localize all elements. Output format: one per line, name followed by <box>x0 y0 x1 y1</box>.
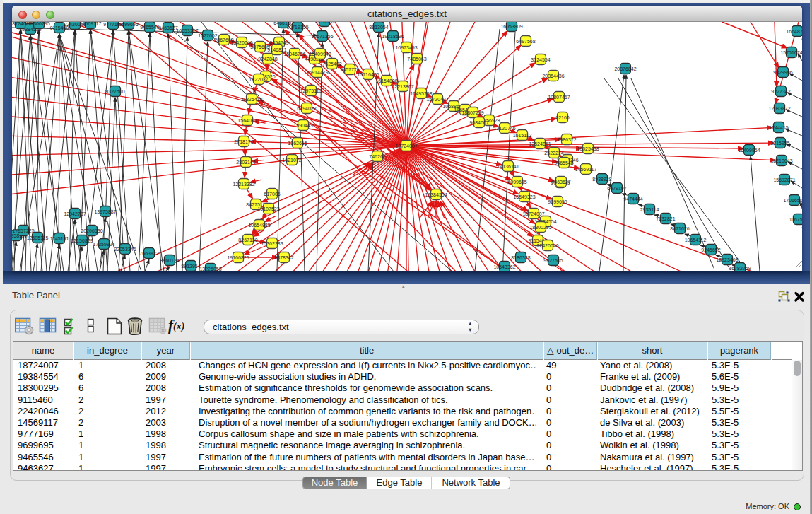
svg-text:746266: 746266 <box>369 154 385 159</box>
svg-text:1990443: 1990443 <box>293 123 312 128</box>
svg-text:18300295: 18300295 <box>28 22 49 26</box>
svg-text:17359924: 17359924 <box>93 242 114 247</box>
svg-text:1615112: 1615112 <box>513 133 532 138</box>
svg-text:1564091: 1564091 <box>237 118 257 123</box>
svg-text:13120746: 13120746 <box>493 126 515 131</box>
svg-text:14569117: 14569117 <box>575 167 597 172</box>
svg-text:16782759: 16782759 <box>729 266 751 271</box>
svg-text:12923468: 12923468 <box>716 257 738 262</box>
svg-text:2803144: 2803144 <box>236 160 255 165</box>
svg-text:9245652: 9245652 <box>701 247 720 252</box>
svg-text:7663822: 7663822 <box>139 251 158 256</box>
svg-text:10025438: 10025438 <box>577 146 599 151</box>
svg-text:9474444: 9474444 <box>623 197 642 201</box>
svg-text:10107523: 10107523 <box>257 206 279 211</box>
svg-text:20876842: 20876842 <box>614 66 636 71</box>
svg-text:9465546: 9465546 <box>140 25 159 30</box>
svg-text:10719155: 10719155 <box>286 25 308 30</box>
svg-text:13420046: 13420046 <box>230 40 252 45</box>
svg-text:617006: 617006 <box>264 192 280 197</box>
svg-text:12942737: 12942737 <box>64 211 86 216</box>
svg-text:9327500: 9327500 <box>105 89 124 94</box>
svg-text:15716485: 15716485 <box>357 72 379 77</box>
svg-text:9084067: 9084067 <box>469 120 488 125</box>
svg-text:8938928: 8938928 <box>592 177 611 182</box>
svg-text:16210643: 16210643 <box>770 158 792 163</box>
svg-text:10671355: 10671355 <box>311 34 333 39</box>
svg-text:1362615: 1362615 <box>288 141 307 146</box>
svg-text:15046726: 15046726 <box>283 52 305 57</box>
svg-text:13524851: 13524851 <box>529 141 551 146</box>
svg-text:10543362: 10543362 <box>493 264 515 269</box>
svg-text:16914479: 16914479 <box>306 70 328 75</box>
svg-text:2718176: 2718176 <box>234 139 253 144</box>
svg-text:15302283: 15302283 <box>261 241 283 246</box>
svg-text:10973493: 10973493 <box>395 45 417 50</box>
svg-text:20364436: 20364436 <box>542 74 564 78</box>
svg-text:9463627: 9463627 <box>551 180 570 185</box>
svg-text:1822037: 1822037 <box>249 77 268 82</box>
svg-text:22420046: 22420046 <box>536 243 558 248</box>
svg-text:7986372: 7986372 <box>557 137 576 142</box>
svg-text:19218596: 19218596 <box>382 34 404 39</box>
svg-text:15409948: 15409948 <box>309 52 331 57</box>
svg-text:8186328: 8186328 <box>511 255 530 260</box>
svg-text:19166825: 19166825 <box>227 255 249 260</box>
svg-text:18807299: 18807299 <box>461 110 483 115</box>
svg-text:8267130: 8267130 <box>238 238 257 243</box>
svg-text:18300295: 18300295 <box>529 225 551 230</box>
svg-text:6099695: 6099695 <box>507 180 526 185</box>
svg-text:8960124: 8960124 <box>160 258 179 263</box>
svg-text:1244415: 1244415 <box>769 125 788 130</box>
svg-text:16549323: 16549323 <box>513 194 535 199</box>
svg-text:16053809: 16053809 <box>500 24 522 29</box>
svg-text:8813054: 8813054 <box>369 25 388 30</box>
svg-text:3124554: 3124554 <box>531 57 550 62</box>
svg-text:18724007: 18724007 <box>395 144 417 148</box>
svg-text:8912954: 8912954 <box>181 264 200 269</box>
svg-text:17016504: 17016504 <box>783 198 802 203</box>
svg-text:9227342: 9227342 <box>771 89 790 94</box>
svg-text:9699695: 9699695 <box>548 199 567 204</box>
svg-text:16495758: 16495758 <box>410 91 432 96</box>
svg-text:1621072: 1621072 <box>282 158 301 163</box>
svg-text:18724007: 18724007 <box>522 211 544 216</box>
svg-text:(x): (x) <box>173 321 184 332</box>
svg-text:12213382: 12213382 <box>233 182 254 187</box>
svg-text:16648784: 16648784 <box>786 29 802 34</box>
svg-text:8471676: 8471676 <box>670 226 689 231</box>
svg-text:6679197: 6679197 <box>607 186 626 191</box>
svg-text:1167533: 1167533 <box>789 217 802 222</box>
svg-text:15720407: 15720407 <box>426 97 448 102</box>
svg-text:17957225: 17957225 <box>12 228 34 233</box>
svg-text:16154808: 16154808 <box>375 78 397 83</box>
svg-text:62160: 62160 <box>555 115 570 120</box>
svg-text:19384554: 19384554 <box>425 192 447 197</box>
svg-text:12213867: 12213867 <box>392 84 413 89</box>
svg-text:12093872: 12093872 <box>768 106 790 111</box>
svg-text:6794028: 6794028 <box>297 106 316 111</box>
svg-text:11325419: 11325419 <box>241 97 263 102</box>
svg-text:7515526: 7515526 <box>314 22 334 24</box>
svg-text:13226058: 13226058 <box>199 267 221 271</box>
svg-text:14569117: 14569117 <box>80 22 102 26</box>
svg-text:20206536: 20206536 <box>81 228 102 233</box>
svg-text:9465546: 9465546 <box>554 160 573 165</box>
svg-text:9242848: 9242848 <box>258 57 277 62</box>
svg-text:10654985: 10654985 <box>248 223 270 228</box>
svg-text:10654112: 10654112 <box>685 238 707 243</box>
svg-text:15751074: 15751074 <box>780 50 802 55</box>
svg-text:14136141: 14136141 <box>497 164 519 169</box>
svg-text:13975887: 13975887 <box>94 209 116 214</box>
svg-text:7485063: 7485063 <box>407 57 426 62</box>
svg-text:12156829: 12156829 <box>71 238 93 243</box>
svg-text:16409954: 16409954 <box>738 148 760 153</box>
svg-text:9329996: 9329996 <box>773 70 792 75</box>
svg-text:6497568: 6497568 <box>516 39 535 44</box>
svg-text:10807467: 10807467 <box>548 95 570 100</box>
svg-text:7632821: 7632821 <box>656 216 675 221</box>
svg-text:8378342: 8378342 <box>274 255 293 260</box>
svg-text:1145191: 1145191 <box>50 236 69 241</box>
svg-text:22053346: 22053346 <box>114 247 136 252</box>
svg-text:12975115: 12975115 <box>300 88 322 93</box>
